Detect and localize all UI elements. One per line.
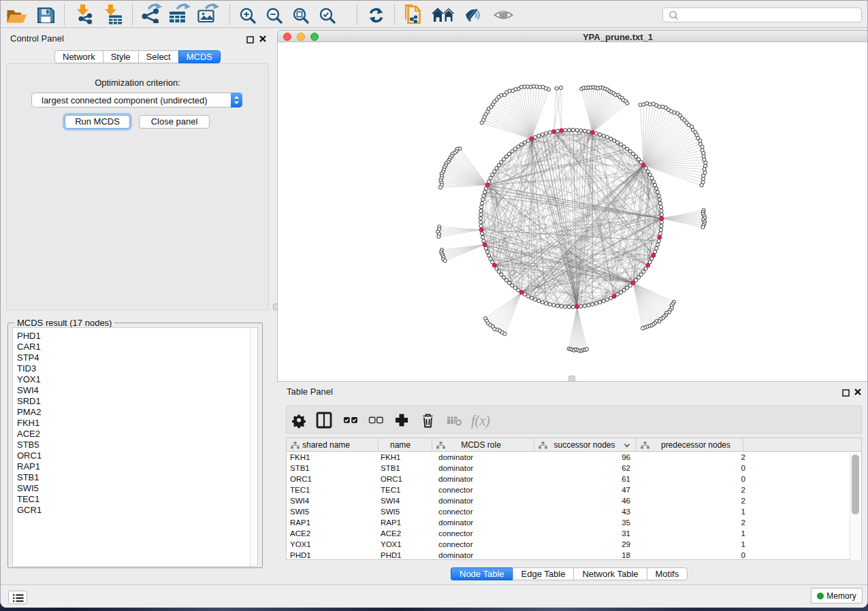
svg-text:f(x): f(x) — [471, 413, 490, 429]
